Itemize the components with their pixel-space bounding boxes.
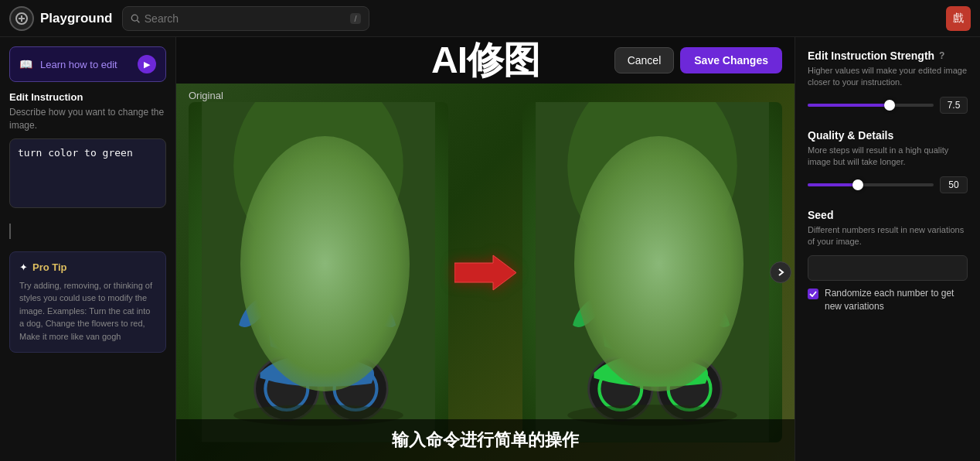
learn-how-to-edit-button[interactable]: 📖 Learn how to edit ▶ xyxy=(9,46,166,82)
slider-fill xyxy=(808,104,890,107)
svg-point-28 xyxy=(624,195,641,212)
svg-point-10 xyxy=(325,190,350,216)
arrow-area xyxy=(448,251,522,294)
randomize-label: Randomize each number to get new variati… xyxy=(825,287,968,313)
search-icon xyxy=(131,13,140,24)
svg-point-31 xyxy=(656,190,686,216)
center-area: AI修图 Cancel Save Changes Original xyxy=(176,37,795,461)
svg-point-26 xyxy=(621,190,646,216)
svg-point-6 xyxy=(233,102,403,261)
topbar: Playground / 戲 xyxy=(0,0,980,37)
edit-strength-section: Edit Instruction Strength ? Higher value… xyxy=(808,50,968,114)
brand: Playground xyxy=(9,6,113,31)
divider xyxy=(9,224,11,239)
book-icon: 📖 xyxy=(19,58,32,70)
search-bar[interactable]: / xyxy=(122,6,369,31)
header-actions: Cancel Save Changes xyxy=(614,47,782,73)
frog-left-image xyxy=(189,102,448,442)
cancel-button[interactable]: Cancel xyxy=(614,47,675,73)
edit-instruction-desc: Describe how you want to change the imag… xyxy=(9,106,166,132)
quality-value: 50 xyxy=(940,176,968,193)
pro-tip-box: ✦ Pro Tip Try adding, removing, or think… xyxy=(9,251,166,353)
kbd-shortcut: / xyxy=(350,13,360,24)
svg-point-30 xyxy=(618,190,648,216)
brand-name: Playground xyxy=(40,11,113,26)
svg-point-29 xyxy=(663,195,680,212)
randomize-row: Randomize each number to get new variati… xyxy=(808,287,968,313)
nav-arrow-right-button[interactable] xyxy=(770,261,791,283)
edit-strength-desc: Higher values will make your edited imag… xyxy=(808,65,968,89)
seed-desc: Different numbers result in new variatio… xyxy=(808,224,968,248)
learn-btn-label: Learn how to edit xyxy=(40,59,117,70)
quality-slider-fill xyxy=(808,183,858,186)
red-arrow-icon xyxy=(454,251,516,294)
quality-slider-thumb xyxy=(852,179,863,190)
brand-logo xyxy=(9,6,34,31)
svg-point-12 xyxy=(329,195,346,212)
save-changes-button[interactable]: Save Changes xyxy=(680,47,782,73)
svg-point-27 xyxy=(658,190,684,216)
topbar-right: 戲 xyxy=(946,6,971,31)
quality-slider-row: 50 xyxy=(808,176,968,193)
svg-point-8 xyxy=(271,179,366,259)
center-header: AI修图 Cancel Save Changes xyxy=(176,37,795,84)
svg-point-13 xyxy=(284,190,314,216)
search-input[interactable] xyxy=(145,12,346,25)
svg-point-23 xyxy=(567,102,737,261)
play-icon: ▶ xyxy=(138,55,156,73)
avatar: 戲 xyxy=(946,6,971,31)
seed-section: Seed Different numbers result in new var… xyxy=(808,209,968,313)
frog-right-svg xyxy=(522,102,782,442)
randomize-checkbox[interactable] xyxy=(808,289,818,299)
pro-tip-header: ✦ Pro Tip xyxy=(19,261,156,273)
frog-right-image xyxy=(522,102,782,442)
edit-instruction-title: Edit Instruction xyxy=(9,91,166,103)
image-label: Original xyxy=(189,90,223,101)
svg-point-24 xyxy=(594,209,711,336)
checkmark-icon xyxy=(809,291,817,297)
image-container: 输入命令进行简单的操作 xyxy=(176,84,795,461)
edit-strength-title: Edit Instruction Strength ? xyxy=(808,50,968,62)
pro-tip-text: Try adding, removing, or thinking of sty… xyxy=(19,279,156,343)
svg-marker-21 xyxy=(454,255,516,290)
edit-strength-slider[interactable] xyxy=(808,104,934,107)
svg-point-14 xyxy=(322,190,352,216)
edit-instruction-section: Edit Instruction Describe how you want t… xyxy=(9,91,166,211)
svg-line-4 xyxy=(137,20,139,22)
frog-image-canvas: 输入命令进行简单的操作 xyxy=(176,84,795,461)
quality-desc: More steps will result in a high quality… xyxy=(808,145,968,169)
svg-point-9 xyxy=(287,190,312,216)
frog-left-svg xyxy=(189,102,448,442)
quality-slider[interactable] xyxy=(808,183,934,186)
main-title: AI修图 xyxy=(431,37,539,85)
left-sidebar: 📖 Learn how to edit ▶ Edit Instruction D… xyxy=(0,37,176,461)
quality-section: Quality & Details More steps will result… xyxy=(808,129,968,193)
info-icon: ? xyxy=(939,50,944,61)
image-area: Original xyxy=(176,84,795,461)
star-icon: ✦ xyxy=(19,261,28,273)
overlay-text: 输入命令进行简单的操作 xyxy=(176,419,795,461)
svg-point-3 xyxy=(131,15,138,21)
quality-title: Quality & Details xyxy=(808,129,968,142)
edit-strength-value: 7.5 xyxy=(940,97,968,114)
pro-tip-title: Pro Tip xyxy=(32,261,67,273)
svg-point-7 xyxy=(260,209,377,336)
right-sidebar: Edit Instruction Strength ? Higher value… xyxy=(795,37,980,461)
svg-point-11 xyxy=(291,195,308,212)
instruction-textarea[interactable]: turn color to green xyxy=(9,138,166,208)
seed-input[interactable] xyxy=(808,255,968,281)
seed-title: Seed xyxy=(808,209,968,221)
edit-strength-slider-row: 7.5 xyxy=(808,97,968,114)
main-layout: 📖 Learn how to edit ▶ Edit Instruction D… xyxy=(0,37,980,461)
chevron-right-icon xyxy=(776,268,785,277)
slider-thumb xyxy=(884,100,895,111)
svg-point-25 xyxy=(604,179,700,259)
